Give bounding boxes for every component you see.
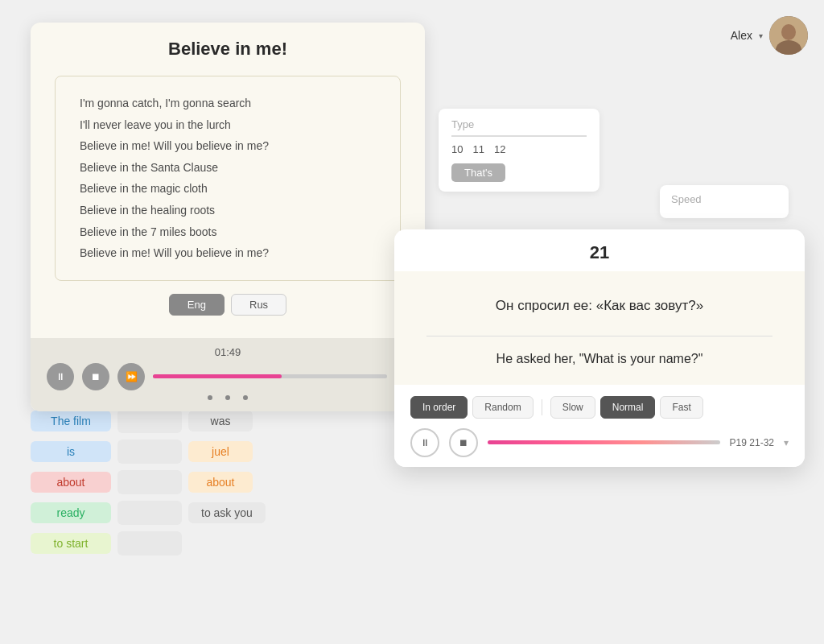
chevron-down-icon[interactable]: ▾ [759, 31, 763, 40]
fc-pause-button[interactable]: ⏸ [410, 428, 439, 457]
time-display: 01:49 [47, 346, 409, 358]
type-panel: Type 10 11 12 That's [439, 109, 599, 192]
pause-button[interactable]: ⏸ [47, 363, 74, 390]
blank-chip [117, 409, 182, 433]
order-button[interactable]: Random [472, 396, 533, 419]
word-chip-left[interactable]: to start [31, 533, 111, 554]
word-chip-right[interactable]: about [188, 472, 253, 493]
fc-chevron-icon[interactable]: ▾ [784, 437, 789, 448]
song-title: Believe in me! [55, 39, 401, 60]
button-divider [542, 399, 542, 415]
blank-chip [117, 470, 182, 494]
word-chip-left[interactable]: about [31, 472, 111, 493]
flashcard-russian-text: Он спросил ее: «Как вас зовут?» [426, 295, 772, 316]
fc-progress-bar[interactable] [488, 440, 720, 444]
word-chip-left[interactable]: is [31, 441, 111, 462]
lang-rus-button[interactable]: Rus [231, 294, 286, 316]
word-row: aboutabout [31, 470, 425, 494]
order-speed-buttons: In orderRandomSlowNormalFast [410, 396, 789, 419]
song-card: Believe in me! I'm gonna catch, I'm gonn… [31, 23, 425, 411]
dots-row [47, 395, 409, 400]
order-button[interactable]: In order [410, 396, 468, 419]
word-chip-left[interactable]: ready [31, 502, 111, 523]
flashcard-number: 21 [394, 229, 805, 271]
svg-point-1 [781, 24, 796, 40]
header: Alex ▾ [731, 16, 808, 55]
thats-button[interactable]: That's [451, 163, 505, 182]
type-numbers: 10 11 12 [451, 143, 587, 155]
word-chip-right[interactable]: was [188, 411, 253, 431]
speed-button[interactable]: Fast [660, 396, 702, 419]
flashcard-english-text: He asked her, "What is your name?" [426, 349, 772, 369]
word-row: The filmwas [31, 409, 425, 433]
song-lyrics-box: I'm gonna catch, I'm gonna searchI'll ne… [55, 76, 401, 281]
speed-panel: Speed [660, 185, 789, 218]
fast-forward-button[interactable]: ⏩ [117, 363, 145, 390]
flashcard-panel: 21 Он спросил ее: «Как вас зовут?» He as… [394, 229, 805, 467]
flashcard-divider [426, 336, 772, 336]
fc-range-label: P19 21-32 [730, 437, 774, 448]
speed-button[interactable]: Slow [550, 396, 595, 419]
word-chip-right[interactable]: juel [188, 441, 253, 462]
blank-chip [117, 501, 182, 525]
user-name: Alex [731, 29, 752, 42]
type-label: Type [451, 118, 587, 137]
type-num-12[interactable]: 12 [494, 143, 505, 155]
speed-button[interactable]: Normal [600, 396, 656, 419]
fc-stop-button[interactable]: ⏹ [449, 428, 478, 457]
flashcard-bottom: In orderRandomSlowNormalFast ⏸ ⏹ P19 21-… [394, 385, 805, 467]
avatar[interactable] [769, 16, 808, 55]
stop-button[interactable]: ⏹ [82, 363, 109, 390]
lang-buttons: Eng Rus [55, 294, 401, 316]
blank-chip [117, 440, 182, 464]
dot-3 [243, 395, 248, 400]
progress-bar-fill [153, 374, 282, 378]
word-chip-left[interactable]: The film [31, 411, 111, 431]
lang-eng-button[interactable]: Eng [169, 294, 225, 316]
word-row: readyto ask you [31, 501, 425, 525]
flashcard-player: ⏸ ⏹ P19 21-32 ▾ [410, 428, 789, 457]
player-controls: 01:49 ⏸ ⏹ ⏩ 🔊 [31, 338, 425, 411]
type-num-10[interactable]: 10 [451, 143, 463, 155]
speed-label: Speed [671, 193, 777, 205]
word-row: isjuel [31, 440, 425, 464]
type-num-11[interactable]: 11 [472, 143, 484, 155]
flashcard-content: Он спросил ее: «Как вас зовут?» He asked… [394, 271, 805, 385]
dot-1 [208, 395, 212, 400]
progress-bar[interactable] [153, 374, 387, 378]
word-chip-right[interactable]: to ask you [188, 502, 266, 523]
dot-2 [225, 395, 230, 400]
song-lyrics: I'm gonna catch, I'm gonna searchI'll ne… [80, 93, 376, 264]
blank-chip [117, 531, 182, 555]
player-row: ⏸ ⏹ ⏩ 🔊 [47, 363, 409, 390]
word-row: to start [31, 531, 425, 555]
